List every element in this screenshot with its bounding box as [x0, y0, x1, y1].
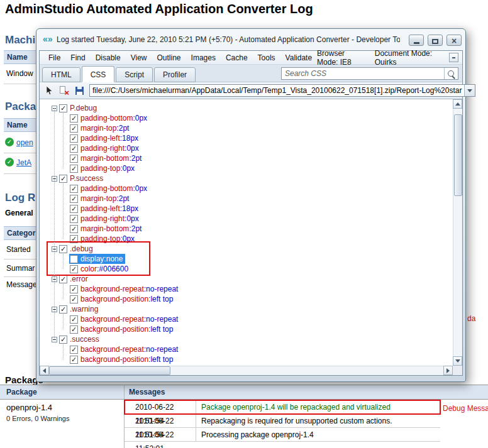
horizontal-scrollbar[interactable]: [40, 366, 453, 375]
property-checkbox[interactable]: ✓: [70, 225, 78, 233]
menu-item-outline[interactable]: Outline: [152, 52, 186, 63]
property-checkbox[interactable]: ✓: [70, 165, 78, 173]
property-checkbox[interactable]: ✓: [70, 124, 78, 133]
css-property[interactable]: ✓background-repeat : no-repeat: [69, 284, 180, 294]
menu-item-validate[interactable]: Validate: [280, 52, 317, 63]
css-property[interactable]: ✓padding-bottom : 0px: [69, 183, 150, 194]
search-icon[interactable]: [444, 68, 458, 79]
css-property[interactable]: ✓margin-bottom : 2pt: [69, 224, 144, 234]
menu-item-file[interactable]: File: [43, 52, 65, 63]
property-checkbox[interactable]: ✓: [70, 265, 78, 273]
menu-item-find[interactable]: Find: [65, 52, 90, 63]
rule-checkbox[interactable]: ✓: [59, 305, 67, 314]
property-checkbox[interactable]: ✓: [70, 215, 78, 223]
css-selector-name[interactable]: .success: [70, 335, 99, 344]
css-property[interactable]: ✓margin-top : 2pt: [69, 123, 131, 133]
vertical-scrollbar[interactable]: [453, 99, 462, 366]
css-property[interactable]: ✓padding-left : 18px: [69, 133, 141, 143]
property-checkbox[interactable]: ✓: [70, 155, 78, 163]
tab-profiler[interactable]: Profiler: [154, 67, 196, 82]
css-property[interactable]: ✓margin-bottom : 2pt: [69, 153, 144, 163]
minimize-button[interactable]: [409, 35, 424, 46]
css-property[interactable]: ✓padding-bottom : 0px: [69, 113, 150, 123]
property-checkbox[interactable]: ✓: [70, 356, 78, 364]
title-bar[interactable]: «» Log started Tuesday, June 22, 2010 5:…: [36, 29, 465, 50]
rule-checkbox[interactable]: ✓: [59, 175, 67, 183]
property-checkbox[interactable]: ✓: [70, 205, 78, 213]
css-property[interactable]: ✓padding-top : 0px: [69, 234, 137, 244]
tab-script[interactable]: Script: [116, 67, 153, 82]
css-selector-name[interactable]: P.success: [70, 174, 103, 183]
property-checkbox[interactable]: ✓: [70, 185, 78, 193]
property-name: padding-top: [80, 164, 120, 173]
css-property[interactable]: ✓color : #006600: [69, 264, 131, 274]
property-checkbox[interactable]: ✓: [70, 315, 78, 324]
scroll-right-button[interactable]: [443, 366, 453, 375]
property-checkbox[interactable]: ✓: [70, 346, 78, 354]
rule-checkbox[interactable]: ✓: [59, 245, 67, 253]
menu-item-view[interactable]: View: [126, 52, 152, 63]
scroll-up-button[interactable]: [453, 99, 462, 109]
css-selector-name[interactable]: .debug: [70, 244, 93, 253]
save-icon[interactable]: [74, 85, 84, 96]
menu-item-tools[interactable]: Tools: [253, 52, 280, 63]
restore-button[interactable]: [428, 35, 443, 46]
package-link-jeta[interactable]: JetA: [16, 158, 31, 167]
scroll-left-button[interactable]: [40, 366, 49, 375]
property-value: left top: [150, 355, 173, 364]
pin-window-button[interactable]: [449, 53, 458, 62]
property-checkbox[interactable]: ✓: [70, 145, 78, 153]
property-checkbox[interactable]: ✓: [70, 134, 78, 143]
dropdown-arrow-icon[interactable]: [464, 85, 475, 96]
property-checkbox[interactable]: [70, 255, 78, 263]
css-property[interactable]: ✓padding-left : 18px: [69, 204, 141, 214]
rule-checkbox[interactable]: ✓: [59, 104, 67, 112]
property-checkbox[interactable]: ✓: [70, 325, 78, 334]
property-value: no-repeat: [146, 285, 178, 293]
menu-item-images[interactable]: Images: [186, 52, 221, 63]
close-button[interactable]: ×: [446, 35, 462, 46]
property-value: 2pt: [131, 224, 142, 233]
select-element-cursor-icon[interactable]: [44, 85, 54, 96]
search-input[interactable]: [282, 69, 444, 78]
css-property[interactable]: ✓background-repeat : no-repeat: [69, 314, 180, 324]
browser-mode-menu[interactable]: Browser Mode: IE8: [317, 49, 365, 67]
tab-html[interactable]: HTML: [42, 67, 80, 82]
property-name: padding-left: [80, 204, 120, 213]
css-property[interactable]: ✓background-position : left top: [69, 354, 175, 364]
rule-checkbox[interactable]: ✓: [59, 336, 67, 344]
property-value: 2pt: [131, 154, 142, 163]
vertical-scrollbar-thumb[interactable]: [454, 114, 462, 196]
css-selector-name[interactable]: .error: [70, 275, 88, 283]
stylesheet-selector-combobox[interactable]: file:///C:/Users/michaelurman/AppData/Lo…: [89, 84, 475, 97]
css-property-row: ✓background-repeat : no-repeat: [40, 314, 462, 324]
package-link-openproj[interactable]: open: [16, 138, 33, 147]
property-name: background-position: [80, 355, 148, 364]
css-property[interactable]: ✓padding-top : 0px: [69, 163, 137, 173]
menu-item-disable[interactable]: Disable: [91, 52, 126, 63]
css-property-row: ✓padding-right : 0px: [40, 214, 462, 224]
scroll-down-button[interactable]: [453, 356, 462, 366]
horizontal-scrollbar-thumb[interactable]: [49, 366, 170, 375]
css-property[interactable]: ✓background-repeat : no-repeat: [69, 344, 180, 354]
css-property[interactable]: ✓background-position : left top: [69, 294, 175, 304]
property-checkbox[interactable]: ✓: [70, 295, 78, 303]
css-property[interactable]: ✓background-position : left top: [69, 324, 175, 334]
tab-css[interactable]: CSS: [82, 66, 115, 82]
css-selector-name[interactable]: P.debug: [70, 104, 97, 112]
css-property[interactable]: display : none: [69, 254, 125, 264]
rule-checkbox[interactable]: ✓: [59, 275, 67, 283]
clear-cache-icon[interactable]: ×: [59, 85, 69, 96]
property-checkbox[interactable]: ✓: [70, 235, 78, 243]
property-checkbox[interactable]: ✓: [70, 195, 78, 203]
property-checkbox[interactable]: ✓: [70, 114, 78, 123]
css-selector-name[interactable]: .warning: [70, 305, 98, 314]
css-property[interactable]: ✓margin-top : 2pt: [69, 194, 131, 204]
css-property[interactable]: ✓padding-right : 0px: [69, 214, 141, 224]
property-name: padding-right: [80, 144, 125, 153]
document-mode-menu[interactable]: Document Mode: Quirks: [375, 49, 435, 67]
tree-guide-line: [63, 254, 64, 269]
property-checkbox[interactable]: ✓: [70, 285, 78, 293]
css-property[interactable]: ✓padding-right : 0px: [69, 143, 141, 153]
menu-item-cache[interactable]: Cache: [221, 52, 253, 63]
